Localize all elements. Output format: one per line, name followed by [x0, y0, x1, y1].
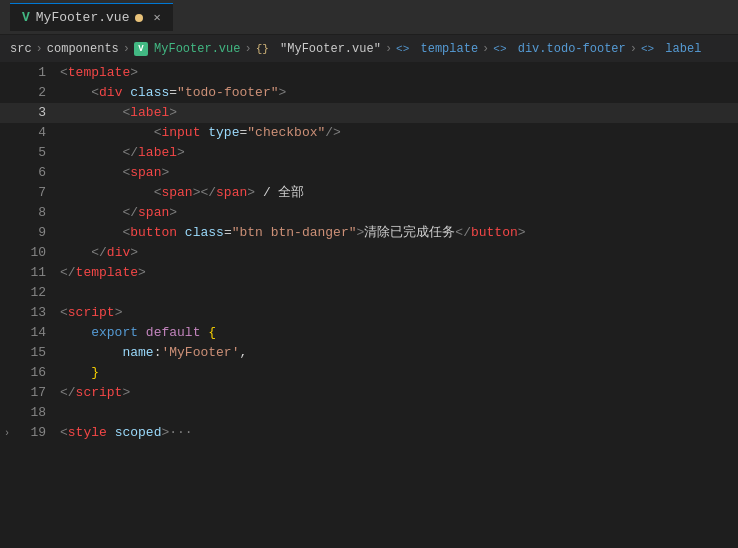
line-19-indicator: ›	[0, 423, 14, 443]
line-8: 8 </span>	[0, 203, 738, 223]
line-1-number: 1	[14, 63, 56, 83]
breadcrumb-sep-4: ›	[385, 42, 392, 56]
line-12-content	[56, 283, 738, 303]
tag-icon-2: <>	[493, 43, 506, 55]
line-7-content: <span></span> / 全部	[56, 183, 738, 203]
line-15-content: name:'MyFooter',	[56, 343, 738, 363]
line-17-indicator	[0, 383, 14, 403]
line-9: 9 <button class="btn btn-danger">清除已完成任务…	[0, 223, 738, 243]
tab-label: MyFooter.vue	[36, 10, 130, 25]
code-editor[interactable]: 1 <template> 2 <div class="todo-footer">…	[0, 63, 738, 548]
line-17-content: </script>	[56, 383, 738, 403]
line-14-content: export default {	[56, 323, 738, 343]
modified-indicator	[135, 14, 143, 22]
editor-tab[interactable]: V MyFooter.vue ✕	[10, 3, 173, 31]
line-2: 2 <div class="todo-footer">	[0, 83, 738, 103]
line-12-indicator	[0, 283, 14, 303]
line-3: 3 <label>	[0, 103, 738, 123]
line-1-indicator	[0, 63, 14, 83]
line-4-indicator	[0, 123, 14, 143]
line-4-number: 4	[14, 123, 56, 143]
line-18-content	[56, 403, 738, 423]
breadcrumb-div: div.todo-footer	[511, 42, 626, 56]
line-2-number: 2	[14, 83, 56, 103]
line-11-content: </template>	[56, 263, 738, 283]
braces-icon: {}	[256, 43, 269, 55]
line-15-number: 15	[14, 343, 56, 363]
line-12: 12	[0, 283, 738, 303]
line-1-content: <template>	[56, 63, 738, 83]
line-18-indicator	[0, 403, 14, 423]
breadcrumb-myfoooter: "MyFooter.vue"	[273, 42, 381, 56]
line-17-number: 17	[14, 383, 56, 403]
line-13-number: 13	[14, 303, 56, 323]
line-19-content: <style scoped>···	[56, 423, 738, 443]
line-11: 11 </template>	[0, 263, 738, 283]
tag-icon-1: <>	[396, 43, 409, 55]
breadcrumb-sep-6: ›	[630, 42, 637, 56]
line-13: 13 <script>	[0, 303, 738, 323]
title-bar: V MyFooter.vue ✕	[0, 0, 738, 35]
line-10: 10 </div>	[0, 243, 738, 263]
line-2-content: <div class="todo-footer">	[56, 83, 738, 103]
line-13-indicator	[0, 303, 14, 323]
line-19: › 19 <style scoped>···	[0, 423, 738, 443]
line-15-indicator	[0, 343, 14, 363]
line-4-content: <input type="checkbox"/>	[56, 123, 738, 143]
breadcrumb-sep-3: ›	[244, 42, 251, 56]
line-6: 6 <span>	[0, 163, 738, 183]
line-12-number: 12	[14, 283, 56, 303]
line-6-content: <span>	[56, 163, 738, 183]
breadcrumb: src › components › V MyFooter.vue › {} "…	[0, 35, 738, 63]
breadcrumb-file: MyFooter.vue	[154, 42, 240, 56]
breadcrumb-sep-1: ›	[36, 42, 43, 56]
line-6-indicator	[0, 163, 14, 183]
vue-icon: V	[22, 10, 30, 25]
line-10-indicator	[0, 243, 14, 263]
line-5-number: 5	[14, 143, 56, 163]
line-2-indicator	[0, 83, 14, 103]
vue-file-icon: V	[134, 42, 148, 56]
line-10-content: </div>	[56, 243, 738, 263]
line-5-content: </label>	[56, 143, 738, 163]
line-4: 4 <input type="checkbox"/>	[0, 123, 738, 143]
tag-icon-3: <>	[641, 43, 654, 55]
line-3-number: 3	[14, 103, 56, 123]
tab-close-button[interactable]: ✕	[153, 10, 160, 25]
line-3-indicator	[0, 103, 14, 123]
line-14-number: 14	[14, 323, 56, 343]
line-5: 5 </label>	[0, 143, 738, 163]
line-9-content: <button class="btn btn-danger">清除已完成任务</…	[56, 223, 738, 243]
line-16: 16 }	[0, 363, 738, 383]
line-6-number: 6	[14, 163, 56, 183]
line-7-number: 7	[14, 183, 56, 203]
line-11-number: 11	[14, 263, 56, 283]
line-18: 18	[0, 403, 738, 423]
line-7-indicator	[0, 183, 14, 203]
line-7: 7 <span></span> / 全部	[0, 183, 738, 203]
line-17: 17 </script>	[0, 383, 738, 403]
line-8-number: 8	[14, 203, 56, 223]
line-15: 15 name:'MyFooter',	[0, 343, 738, 363]
line-9-indicator	[0, 223, 14, 243]
line-8-indicator	[0, 203, 14, 223]
breadcrumb-src: src	[10, 42, 32, 56]
line-16-content: }	[56, 363, 738, 383]
line-10-number: 10	[14, 243, 56, 263]
line-5-indicator	[0, 143, 14, 163]
breadcrumb-components: components	[47, 42, 119, 56]
line-14-indicator	[0, 323, 14, 343]
line-19-number: 19	[14, 423, 56, 443]
line-18-number: 18	[14, 403, 56, 423]
line-13-content: <script>	[56, 303, 738, 323]
line-14: 14 export default {	[0, 323, 738, 343]
line-16-number: 16	[14, 363, 56, 383]
line-1: 1 <template>	[0, 63, 738, 83]
line-3-content: <label>	[56, 103, 738, 123]
breadcrumb-template: template	[413, 42, 478, 56]
line-8-content: </span>	[56, 203, 738, 223]
line-9-number: 9	[14, 223, 56, 243]
breadcrumb-sep-5: ›	[482, 42, 489, 56]
breadcrumb-sep-2: ›	[123, 42, 130, 56]
line-11-indicator	[0, 263, 14, 283]
